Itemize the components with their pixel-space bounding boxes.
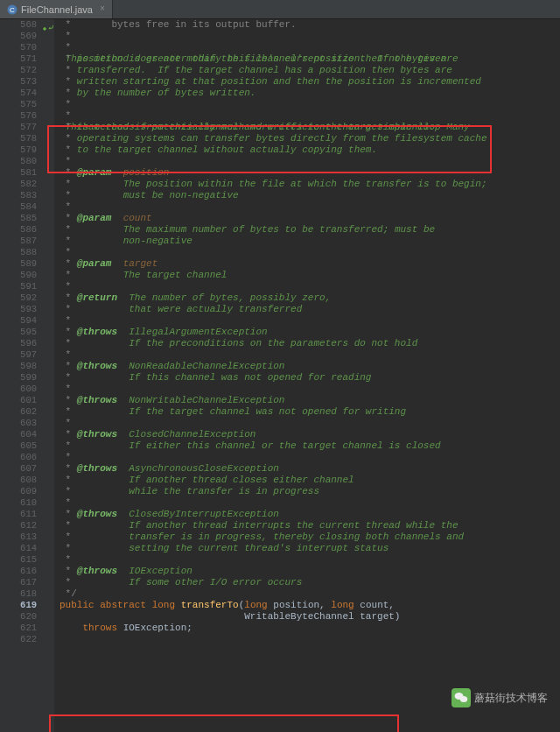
- line-number: 580: [0, 156, 37, 167]
- line-number: 589: [0, 258, 37, 270]
- code-line: * setting the current thread's interrupt…: [60, 543, 560, 554]
- line-number: 607: [0, 463, 37, 475]
- code-line: throws IOException;: [60, 623, 560, 634]
- code-line: *: [60, 349, 560, 361]
- line-number: 620: [0, 611, 37, 623]
- line-number: 612: [0, 520, 37, 531]
- code-line: * If another thread interrupts the curre…: [60, 520, 560, 531]
- line-number: 585: [0, 213, 37, 224]
- code-line: * This method is potentially much more e…: [60, 110, 560, 122]
- tab-bar: C FileChannel.java ×: [0, 0, 560, 19]
- code-line: * @param position: [60, 167, 560, 179]
- code-line: * position is greater than the file's cu…: [60, 53, 560, 65]
- code-line: * If either this channel or the target c…: [60, 440, 560, 452]
- line-number: 601: [0, 395, 37, 406]
- code-line: * @throws NonReadableChannelException: [60, 361, 560, 372]
- line-number: 613: [0, 531, 37, 543]
- watermark: 蘑菇街技术博客: [452, 688, 548, 707]
- line-number: 584: [0, 201, 37, 213]
- code-line: * If another thread closes either channe…: [60, 475, 560, 486]
- line-number: 578: [0, 133, 37, 144]
- code-line: * @throws NonWritableChannelException: [60, 395, 560, 406]
- code-area[interactable]: * bytes free in its output buffer. * * T…: [54, 19, 560, 732]
- code-line: * The maximum number of bytes to be tran…: [60, 224, 560, 236]
- close-icon[interactable]: ×: [100, 4, 105, 14]
- wechat-icon: [452, 688, 471, 707]
- line-number: 594: [0, 315, 37, 327]
- svg-point-3: [460, 696, 467, 702]
- code-line: * must be non-negative: [60, 190, 560, 201]
- line-number: 600: [0, 384, 37, 395]
- line-number: 575: [0, 99, 37, 110]
- svg-text:C: C: [10, 6, 15, 14]
- code-line: * to the target channel without actually…: [60, 144, 560, 156]
- code-line: *: [60, 554, 560, 566]
- java-class-icon: C: [7, 4, 18, 15]
- tab-title: FileChannel.java: [21, 4, 93, 15]
- line-number: 622: [0, 634, 37, 645]
- watermark-text: 蘑菇街技术博客: [474, 691, 548, 706]
- line-number: 596: [0, 338, 37, 349]
- code-line: * @throws IllegalArgumentException: [60, 327, 560, 338]
- line-number: 619: [0, 600, 37, 611]
- code-line: * non-negative: [60, 236, 560, 247]
- line-number: 571: [0, 53, 37, 65]
- gutter-marker: ⬥⤶: [42, 23, 54, 34]
- code-line: * @throws ClosedChannelException: [60, 429, 560, 440]
- code-line: * transfer is in progress, thereby closi…: [60, 531, 560, 543]
- code-line: * @param count: [60, 213, 560, 224]
- line-number: 568: [0, 19, 37, 31]
- code-line: *: [60, 31, 560, 42]
- line-number: 576: [0, 110, 37, 122]
- line-number: 588: [0, 247, 37, 258]
- line-number: 603: [0, 418, 37, 429]
- line-number: 617: [0, 577, 37, 588]
- line-number: 611: [0, 509, 37, 520]
- tab-filechannel[interactable]: C FileChannel.java ×: [0, 0, 113, 18]
- code-line: *: [60, 384, 560, 395]
- code-line: * bytes free in its output buffer.: [60, 19, 560, 31]
- line-number: 582: [0, 179, 37, 190]
- code-line: * written starting at that position and …: [60, 76, 560, 88]
- code-line: * If some other I/O error occurs: [60, 577, 560, 588]
- code-line: *: [60, 281, 560, 292]
- code-line: *: [60, 315, 560, 327]
- line-number: 608: [0, 475, 37, 486]
- code-line: * by the number of bytes written.: [60, 88, 560, 99]
- line-number: 590: [0, 270, 37, 281]
- code-line: * transferred. If the target channel has…: [60, 65, 560, 76]
- line-number: 597: [0, 349, 37, 361]
- code-line: public abstract long transferTo(long pos…: [60, 600, 560, 611]
- code-line: */: [60, 588, 560, 600]
- line-number: 616: [0, 566, 37, 577]
- code-line: * operating systems can transfer bytes d…: [60, 133, 560, 144]
- line-number: 614: [0, 543, 37, 554]
- line-number: 606: [0, 452, 37, 463]
- code-line: * @throws AsynchronousCloseException: [60, 463, 560, 475]
- code-line: * The position within the file at which …: [60, 179, 560, 190]
- line-number: 574: [0, 88, 37, 99]
- code-line: *: [60, 99, 560, 110]
- code-line: * If the target channel was not opened f…: [60, 406, 560, 418]
- line-number: 602: [0, 406, 37, 418]
- code-line: * The target channel: [60, 270, 560, 281]
- code-line: *: [60, 452, 560, 463]
- code-line: * while the transfer is in progress: [60, 486, 560, 497]
- code-line: * @param target: [60, 258, 560, 270]
- line-number: 583: [0, 190, 37, 201]
- code-line: * @throws IOException: [60, 566, 560, 577]
- line-number: 570: [0, 42, 37, 53]
- line-number: 586: [0, 224, 37, 236]
- line-number: 610: [0, 497, 37, 509]
- line-number: 573: [0, 76, 37, 88]
- code-line: * @throws ClosedByInterruptException: [60, 509, 560, 520]
- gutter-marker-column: ⬥⤶: [42, 19, 54, 732]
- code-editor[interactable]: 5685695705715725735745755765775785795805…: [0, 19, 560, 732]
- code-line: * If this channel was not opened for rea…: [60, 372, 560, 384]
- line-number: 577: [0, 122, 37, 133]
- line-number: 572: [0, 65, 37, 76]
- line-number: 579: [0, 144, 37, 156]
- code-line: *: [60, 418, 560, 429]
- code-line: WritableByteChannel target): [60, 611, 560, 623]
- code-line: *: [60, 156, 560, 167]
